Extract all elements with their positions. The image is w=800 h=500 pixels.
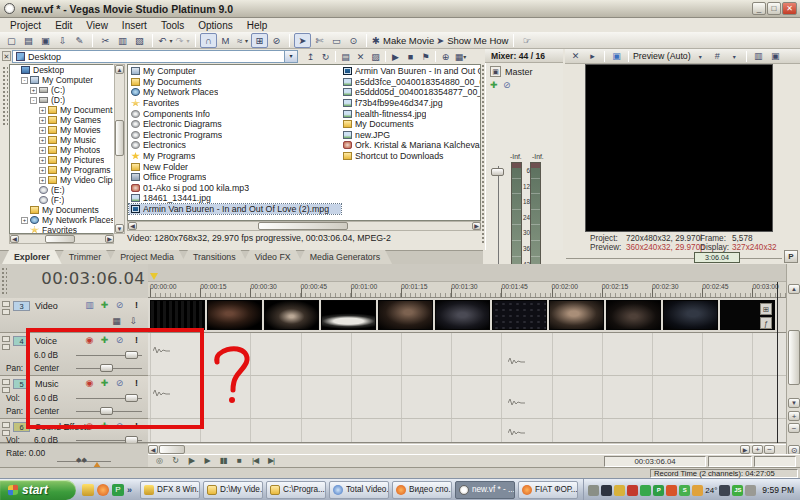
open-project-icon[interactable]: ▤ <box>20 33 37 48</box>
file-item[interactable]: Armin Van Buuren - In and Out Of Love (2… <box>129 204 341 215</box>
solo-icon[interactable]: ! <box>130 300 143 311</box>
event-pan-crop-icon[interactable]: ⊞ <box>760 303 772 315</box>
explorer-grip[interactable] <box>2 66 8 126</box>
menu-project[interactable]: Project <box>3 20 48 31</box>
tree-item[interactable]: +My Games <box>10 115 113 125</box>
ignore-event-grouping-icon[interactable]: ⊘ <box>268 33 285 48</box>
download-icon[interactable] <box>666 485 677 496</box>
tree-expander[interactable]: + <box>39 147 46 154</box>
close-button[interactable]: ✕ <box>782 2 797 15</box>
track-restore-button[interactable] <box>2 309 10 315</box>
preview-quality-label[interactable]: Preview (Auto) <box>633 51 691 61</box>
track-name[interactable]: Voice <box>35 336 57 346</box>
file-item[interactable]: 18461_13441.jpg <box>129 193 341 204</box>
file-item[interactable]: Shortcut to Downloads <box>341 151 481 162</box>
tree-item[interactable]: +My Network Places <box>10 215 113 225</box>
tab-explorer[interactable]: Explorer <box>2 250 62 264</box>
taskbar-button[interactable]: D:\My Vide... <box>203 481 263 499</box>
file-item[interactable]: 01-Ako si pod 100 kila.mp3 <box>129 183 341 194</box>
display-settings-icon[interactable] <box>601 485 612 496</box>
loop-playback-button[interactable]: ↻ <box>168 455 182 467</box>
auto-preview-icon[interactable]: ⚑ <box>418 50 433 63</box>
scroll-right-icon[interactable]: ▶ <box>105 235 114 243</box>
play-button[interactable]: ▶ <box>200 455 214 467</box>
make-composite-child-icon[interactable]: ⇩ <box>127 316 140 327</box>
record-button[interactable]: ◎ <box>152 455 166 467</box>
skype-icon[interactable]: S <box>679 485 690 496</box>
video-thumbnail[interactable] <box>549 300 604 330</box>
tree-item[interactable]: +(C:) <box>10 85 113 95</box>
solo-icon[interactable]: ! <box>130 421 143 432</box>
chevron-down-icon[interactable]: ▾ <box>693 50 708 63</box>
tree-expander[interactable]: + <box>39 127 46 134</box>
scrollbar-thumb[interactable] <box>115 120 124 156</box>
tree-item[interactable]: -My Computer <box>10 75 113 85</box>
taskbar-button[interactable]: C:\Progra... <box>266 481 326 499</box>
tree-expander[interactable]: + <box>39 107 46 114</box>
track-minimize-button[interactable] <box>2 422 10 428</box>
external-monitor-icon[interactable]: ▣ <box>609 50 624 63</box>
preview-arrow-icon[interactable]: ▸ <box>585 50 600 63</box>
tree-item[interactable]: -(D:) <box>10 95 113 105</box>
downmix-icon[interactable]: ✚ <box>490 80 498 90</box>
file-item[interactable]: e5dd3fce_0040018354880_00_600. <box>341 77 481 88</box>
scroll-down-icon[interactable]: ▼ <box>788 398 800 408</box>
stop-button[interactable]: ■ <box>232 455 246 467</box>
copy-icon[interactable]: ▥ <box>114 33 131 48</box>
pause-button[interactable]: ▮▮ <box>216 455 230 467</box>
tab-trimmer[interactable]: Trimmer <box>57 250 113 264</box>
updater-icon[interactable] <box>745 485 756 496</box>
pan-slider-handle[interactable] <box>100 364 113 372</box>
tree-expander[interactable]: + <box>39 177 46 184</box>
track-header-sound-effects[interactable]: 6 Sound Effects ◉ ✚ ⊘ ! Vol: 6.0 dB <box>0 419 148 443</box>
rate-slider-handle[interactable]: ◆◆ <box>76 456 87 464</box>
file-item[interactable]: e5ddd05d_0040018354877_00_600 <box>341 87 481 98</box>
favorites-folder-icon[interactable]: ▨ <box>368 50 383 63</box>
file-item[interactable]: New Folder <box>129 161 341 172</box>
chevron-down-icon[interactable]: ▾ <box>245 37 248 44</box>
file-item[interactable]: My Documents <box>129 77 341 88</box>
start-button[interactable]: start <box>0 480 76 500</box>
volume-slider-handle[interactable] <box>125 351 138 359</box>
copy-snapshot-icon[interactable]: ▥ <box>751 50 766 63</box>
import-media-icon[interactable]: ⇩ <box>54 33 71 48</box>
scrollbar-thumb[interactable] <box>45 235 75 243</box>
zoom-in-track-icon[interactable]: + <box>788 411 800 421</box>
views-icon[interactable]: ▦▾ <box>453 50 468 63</box>
timeline-timecode-display[interactable]: 00:03:06.04 <box>8 269 145 293</box>
whats-this-help-icon[interactable]: ☞ <box>518 33 535 48</box>
minimize-button[interactable]: _ <box>752 2 766 15</box>
track-restore-button[interactable] <box>2 344 10 350</box>
chevron-down-icon[interactable]: ▾ <box>186 37 189 44</box>
track-fx-icon[interactable]: ✚ <box>98 378 111 389</box>
explorer-close-icon[interactable]: ✕ <box>2 51 11 61</box>
save-snapshot-icon[interactable]: ▣ <box>768 50 783 63</box>
solo-icon[interactable]: ! <box>130 335 143 346</box>
file-item[interactable]: My Computer <box>129 66 341 77</box>
mute-icon[interactable]: ⊘ <box>113 421 126 432</box>
stop-preview-icon[interactable]: ■ <box>403 50 418 63</box>
dfx-quicklaunch-icon[interactable] <box>82 484 94 496</box>
pan-slider-handle[interactable] <box>100 407 113 415</box>
scroll-left-icon[interactable]: ◀ <box>148 445 158 454</box>
menu-edit[interactable]: Edit <box>48 20 79 31</box>
sound-effects-track-lane[interactable] <box>148 419 786 443</box>
zoom-out-track-icon[interactable]: − <box>788 423 800 433</box>
scroll-right-icon[interactable]: ▶ <box>740 445 750 454</box>
maximize-button[interactable]: □ <box>767 2 781 15</box>
edit-cursor[interactable] <box>777 282 778 443</box>
scrollbar-thumb[interactable] <box>788 330 800 385</box>
video-thumbnail[interactable] <box>378 300 433 330</box>
taskbar-button[interactable]: FIAT ФОР... <box>518 481 578 499</box>
weather-icon[interactable] <box>692 485 703 496</box>
tree-expander[interactable]: + <box>21 217 28 224</box>
save-project-icon[interactable]: ▣ <box>37 33 54 48</box>
video-thumbnail[interactable] <box>150 300 205 330</box>
mute-icon[interactable]: ⊘ <box>113 335 126 346</box>
chevron-down-icon[interactable]: ▾ <box>284 51 297 62</box>
tree-item[interactable]: Desktop <box>10 65 113 75</box>
firefox-quicklaunch-icon[interactable] <box>97 484 109 496</box>
refresh-icon[interactable]: ↻ <box>318 50 333 63</box>
taskbar-button[interactable]: Total Video... <box>329 481 389 499</box>
make-movie-icon[interactable]: ✱Make Movie <box>371 33 435 48</box>
